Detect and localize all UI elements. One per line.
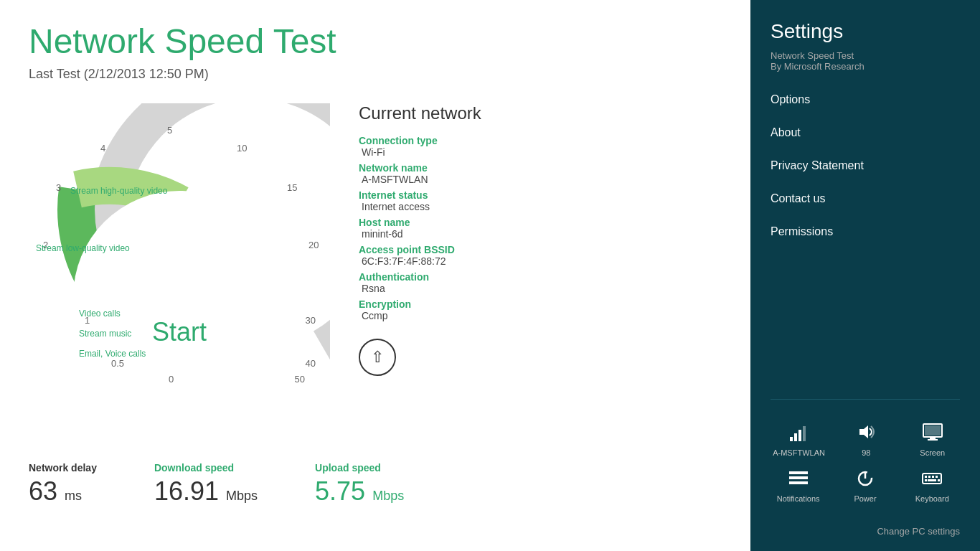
authentication-label: Authentication	[359, 271, 722, 283]
svg-rect-19	[936, 476, 938, 478]
system-tray: A-MSFTWLAN 98	[750, 411, 980, 514]
change-pc-settings[interactable]: Change PC settings	[750, 514, 980, 551]
settings-menu-privacy[interactable]: Privacy Statement	[771, 149, 960, 182]
wifi-label: A-MSFTWLAN	[773, 448, 825, 457]
middle-section: 0 0.5 1 2 3 4 5 10 15 20 30	[29, 103, 722, 433]
svg-rect-18	[932, 476, 934, 478]
settings-menu-contact[interactable]: Contact us	[771, 182, 960, 215]
upload-speed-label: Upload speed	[315, 462, 404, 474]
settings-app-name: Network Speed Test By Microsoft Research	[771, 50, 960, 72]
app-title: Network Speed Test	[29, 22, 722, 61]
network-delay-value: 63 ms	[29, 476, 97, 507]
authentication-row: Authentication Rsna	[359, 271, 722, 294]
network-delay-stat: Network delay 63 ms	[29, 462, 97, 507]
tray-power[interactable]: Power	[840, 468, 890, 503]
svg-rect-22	[938, 479, 940, 481]
main-content: Network Speed Test Last Test (2/12/2013 …	[0, 0, 750, 551]
tray-keyboard[interactable]: Keyboard	[907, 468, 957, 503]
keyboard-label: Keyboard	[915, 494, 949, 503]
activity-stream-lq[interactable]: Stream low-quality video	[36, 243, 130, 253]
svg-rect-11	[789, 476, 808, 479]
svg-rect-16	[925, 476, 927, 478]
tray-screen[interactable]: Screen	[908, 423, 958, 457]
scale-10: 10	[237, 143, 247, 154]
screen-label: Screen	[920, 448, 945, 457]
upload-speed-value: 5.75 Mbps	[315, 476, 404, 507]
svg-rect-2	[794, 433, 797, 441]
bottom-stats: Network delay 63 ms Download speed 16.91…	[29, 448, 722, 507]
tray-wifi[interactable]: A-MSFTWLAN	[773, 423, 825, 457]
activity-stream-music[interactable]: Stream music	[79, 329, 131, 339]
speedometer-container: 0 0.5 1 2 3 4 5 10 15 20 30	[29, 103, 330, 433]
host-name-label: Host name	[359, 217, 722, 228]
download-speed-label: Download speed	[154, 462, 258, 474]
upload-speed-stat: Upload speed 5.75 Mbps	[315, 462, 404, 507]
authentication-value: Rsna	[359, 283, 722, 294]
tray-row-1: A-MSFTWLAN 98	[765, 423, 966, 457]
svg-rect-1	[790, 437, 793, 441]
volume-icon	[855, 423, 877, 444]
screen-icon	[922, 423, 943, 444]
scale-3: 3	[56, 182, 61, 193]
internet-status-value: Internet access	[359, 201, 722, 212]
settings-sidebar: Settings Network Speed Test By Microsoft…	[750, 0, 980, 551]
svg-rect-15	[923, 474, 941, 484]
internet-status-label: Internet status	[359, 189, 722, 201]
access-point-row: Access point BSSID 6C:F3:7F:4F:88:72	[359, 244, 722, 267]
scale-0: 0	[169, 374, 174, 385]
settings-menu-options[interactable]: Options	[771, 83, 960, 116]
activity-stream-hq[interactable]: Stream high-quality video	[70, 186, 167, 196]
activity-video-calls[interactable]: Video calls	[79, 309, 121, 319]
gauge-wrapper: 0 0.5 1 2 3 4 5 10 15 20 30	[29, 103, 330, 390]
network-delay-label: Network delay	[29, 462, 97, 474]
scale-30: 30	[306, 315, 316, 326]
connection-type-value: Wi-Fi	[359, 146, 722, 158]
notifications-icon	[788, 468, 809, 490]
activity-email[interactable]: Email, Voice calls	[79, 349, 146, 359]
internet-status-row: Internet status Internet access	[359, 189, 722, 212]
download-speed-stat: Download speed 16.91 Mbps	[154, 462, 258, 507]
scale-15: 15	[287, 182, 297, 193]
scale-4: 4	[100, 143, 105, 154]
tray-row-2: Notifications Power	[765, 468, 966, 503]
encryption-row: Encryption Ccmp	[359, 298, 722, 321]
start-button[interactable]: Start	[152, 317, 207, 347]
volume-label: 98	[862, 448, 870, 457]
settings-title: Settings	[771, 20, 960, 43]
upload-arrow-icon: ⇧	[371, 349, 384, 365]
host-name-row: Host name minint-6d	[359, 217, 722, 240]
tray-notifications[interactable]: Notifications	[773, 468, 824, 503]
svg-rect-3	[798, 430, 801, 441]
svg-rect-7	[925, 425, 941, 435]
power-label: Power	[854, 494, 876, 503]
settings-divider	[771, 399, 960, 400]
svg-marker-5	[859, 425, 868, 438]
settings-menu-about[interactable]: About	[771, 116, 960, 149]
svg-rect-20	[925, 479, 927, 481]
svg-rect-12	[789, 481, 808, 484]
svg-rect-21	[928, 479, 936, 481]
encryption-value: Ccmp	[359, 310, 722, 321]
access-point-label: Access point BSSID	[359, 244, 722, 255]
encryption-label: Encryption	[359, 298, 722, 310]
scale-40: 40	[306, 358, 316, 369]
scale-5: 5	[167, 125, 172, 136]
svg-rect-17	[928, 476, 930, 478]
keyboard-icon	[921, 468, 943, 490]
settings-header: Settings Network Speed Test By Microsoft…	[750, 0, 980, 83]
connection-type-label: Connection type	[359, 135, 722, 146]
network-name-row: Network name A-MSFTWLAN	[359, 162, 722, 185]
upload-button[interactable]: ⇧	[359, 339, 396, 376]
network-panel: Current network Connection type Wi-Fi Ne…	[359, 103, 722, 376]
upload-icon-container: ⇧	[359, 339, 722, 376]
power-icon	[854, 468, 876, 490]
svg-rect-10	[789, 471, 808, 474]
network-panel-title: Current network	[359, 103, 722, 123]
notifications-label: Notifications	[777, 494, 820, 503]
network-name-value: A-MSFTWLAN	[359, 174, 722, 185]
settings-menu-permissions[interactable]: Permissions	[771, 215, 960, 248]
scale-05: 0.5	[111, 358, 124, 369]
scale-20: 20	[308, 240, 319, 250]
settings-menu: Options About Privacy Statement Contact …	[750, 83, 980, 387]
tray-volume[interactable]: 98	[841, 423, 891, 457]
